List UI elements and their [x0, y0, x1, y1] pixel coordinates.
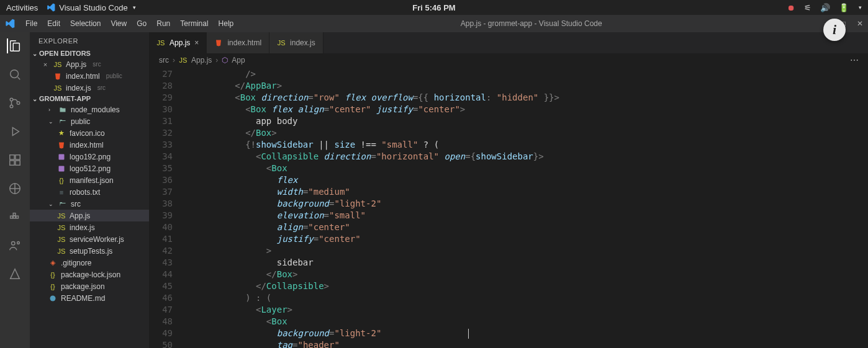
open-editor-item[interactable]: ×JSApp.jssrc [30, 58, 149, 70]
breadcrumb-folder[interactable]: src [159, 56, 169, 65]
tree-item[interactable]: {}manifest.json [30, 174, 149, 186]
menu-file[interactable]: File [21, 17, 42, 30]
current-app-menu[interactable]: Visual Studio Code ▾ [47, 3, 135, 12]
battery-icon[interactable]: 🔋 [839, 3, 849, 12]
menu-help[interactable]: Help [214, 17, 238, 30]
os-top-bar: Activities Visual Studio Code ▾ Fri 5:46… [0, 0, 868, 15]
code-line[interactable]: <Box [183, 316, 868, 328]
editor-tab[interactable]: JSApp.js× [149, 32, 207, 53]
code-line[interactable]: <Box [183, 163, 868, 174]
code-line[interactable]: {!showSidebar || size !== "small" ? ( [183, 139, 868, 151]
open-editors-header[interactable]: ⌄ OPEN EDITORS [30, 48, 149, 58]
tree-item[interactable]: JSserviceWorker.js [30, 233, 149, 245]
menu-terminal[interactable]: Terminal [176, 17, 212, 30]
tree-item[interactable]: index.html [30, 139, 149, 151]
info-bubble-icon[interactable]: i [823, 19, 846, 41]
svg-point-1 [10, 98, 13, 101]
code-line[interactable]: <Box direction="row" flex overflow={{ ho… [183, 92, 868, 104]
code-line[interactable]: background="light-2" [183, 198, 868, 210]
tree-item[interactable]: JSApp.js [30, 210, 149, 221]
breadcrumb-symbol[interactable]: App [232, 56, 245, 65]
tree-item[interactable]: ›node_modules [30, 104, 149, 115]
folder-open-icon [58, 117, 67, 126]
menu-go[interactable]: Go [132, 17, 151, 30]
code-line[interactable]: align="center" [183, 221, 868, 233]
code-editor[interactable]: 2728293031323334353637383940414243444546… [149, 67, 868, 348]
tree-item[interactable]: ◈.gitignore [30, 257, 149, 269]
tree-item[interactable]: README.md [30, 292, 149, 304]
code-line[interactable]: ) : ( [183, 292, 868, 304]
tree-item[interactable]: JSsetupTests.js [30, 245, 149, 257]
menu-edit[interactable]: Edit [43, 17, 65, 30]
activity-debug-icon[interactable] [7, 124, 22, 139]
code-line[interactable]: > [183, 245, 868, 257]
vscode-icon [47, 3, 55, 12]
tree-item[interactable]: logo512.png [30, 163, 149, 174]
code-line[interactable]: sidebar [183, 257, 868, 269]
window-close-icon[interactable]: ✕ [857, 19, 863, 28]
editor-more-actions-icon[interactable]: ⋯ [850, 55, 859, 65]
code-line[interactable]: <Collapsible direction="horizontal" open… [183, 151, 868, 163]
code-line[interactable]: /> [183, 68, 868, 80]
code-content[interactable]: /> </AppBar> <Box direction="row" flex o… [183, 67, 868, 348]
activities-button[interactable]: Activities [6, 3, 38, 12]
activity-liveshare-icon[interactable] [7, 238, 22, 253]
code-line[interactable]: <Box flex align="center" justify="center… [183, 104, 868, 115]
activity-search-icon[interactable] [7, 67, 22, 82]
code-line[interactable]: </Collapsible> [183, 280, 868, 292]
editor-area: JSApp.js×index.htmlJSindex.js src › JS A… [149, 32, 868, 348]
activity-bar [0, 32, 30, 348]
menu-run[interactable]: Run [152, 17, 174, 30]
tree-item[interactable]: JSindex.js [30, 221, 149, 233]
js-icon: JS [156, 38, 165, 47]
close-icon[interactable]: × [41, 60, 50, 69]
code-line[interactable]: justify="center" [183, 233, 868, 245]
tree-item[interactable]: ★favicon.ico [30, 127, 149, 139]
code-line[interactable]: elevation="small" [183, 210, 868, 221]
open-editor-item[interactable]: index.htmlpublic [30, 70, 149, 82]
code-line[interactable]: </AppBar> [183, 80, 868, 92]
code-line[interactable]: app body [183, 115, 868, 127]
close-icon[interactable]: × [194, 38, 199, 47]
activity-extensions-icon[interactable] [7, 153, 22, 167]
wifi-icon[interactable]: ⚟ [804, 3, 811, 12]
activity-docker-icon[interactable] [7, 210, 22, 225]
breadcrumb-file[interactable]: App.js [191, 56, 212, 65]
activity-azure-icon[interactable] [7, 267, 22, 282]
editor-tab[interactable]: index.html [207, 32, 269, 53]
activity-explorer-icon[interactable] [7, 38, 22, 53]
file-name: serviceWorker.js [70, 235, 124, 244]
vscode-logo-icon [5, 19, 15, 29]
tab-label: index.js [290, 38, 315, 47]
open-editor-item[interactable]: JSindex.jssrc [30, 82, 149, 94]
file-name: App.js [66, 60, 86, 69]
code-line[interactable]: background="light-2" [183, 328, 868, 339]
system-menu-chevron-icon[interactable]: ▾ [859, 4, 862, 11]
code-line[interactable]: </Box> [183, 127, 868, 139]
code-line[interactable]: width="medium" [183, 186, 868, 198]
breadcrumbs[interactable]: src › JS App.js › ⬡ App [149, 53, 845, 67]
code-line[interactable]: flex [183, 174, 868, 186]
html-icon [214, 38, 223, 47]
js-icon: JS [57, 235, 66, 244]
volume-icon[interactable]: 🔊 [820, 3, 830, 12]
code-line[interactable]: tag="header" [183, 339, 868, 348]
tree-item[interactable]: ≡robots.txt [30, 186, 149, 198]
tree-item[interactable]: {}package-lock.json [30, 269, 149, 280]
tree-item[interactable]: logo192.png [30, 151, 149, 163]
menu-selection[interactable]: Selection [66, 17, 105, 30]
project-header[interactable]: ⌄ GROMMET-APP [30, 94, 149, 104]
code-line[interactable]: </Box> [183, 269, 868, 280]
menu-view[interactable]: View [106, 17, 131, 30]
tree-item[interactable]: ⌄src [30, 198, 149, 210]
activity-scm-icon[interactable] [7, 96, 22, 110]
activity-remote-icon[interactable] [7, 181, 22, 196]
tree-item[interactable]: ⌄public [30, 115, 149, 127]
clock[interactable]: Fri 5:46 PM [412, 3, 455, 12]
screen-record-icon[interactable]: ⏺ [787, 3, 795, 12]
editor-tab[interactable]: JSindex.js [269, 32, 323, 53]
file-name: index.html [70, 141, 104, 149]
tree-item[interactable]: {}package.json [30, 280, 149, 292]
html-icon [57, 141, 66, 149]
code-line[interactable]: <Layer> [183, 304, 868, 316]
